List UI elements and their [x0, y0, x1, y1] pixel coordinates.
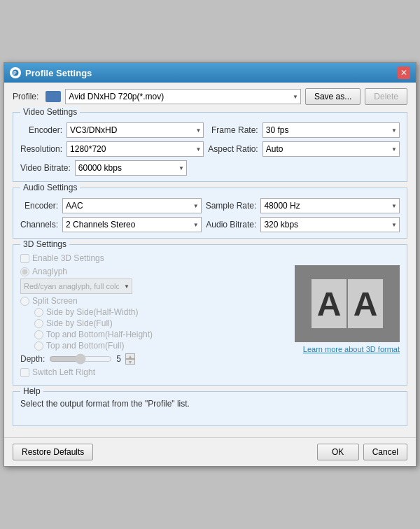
- top-bottom-full-row: Top and Bottom(Full): [34, 341, 288, 351]
- audio-bitrate-label: Audio Bitrate:: [206, 220, 257, 230]
- aspect-ratio-select-wrap: Auto: [262, 141, 400, 157]
- frame-rate-label: Frame Rate:: [208, 125, 258, 135]
- encoder-label: Encoder:: [20, 125, 62, 135]
- ok-button[interactable]: OK: [317, 444, 359, 460]
- three-d-left-panel: Anaglyph Red/cyan anaglyph, full color: [20, 265, 288, 379]
- help-section: Help Select the output format from the "…: [13, 391, 407, 426]
- dialog-title: Profile Settings: [25, 68, 398, 78]
- anaglyph-label: Anaglyph: [32, 267, 67, 276]
- sample-rate-select[interactable]: 48000 Hz: [260, 198, 400, 213]
- profile-icon: [46, 91, 61, 102]
- help-text: Select the output format from the "Profi…: [20, 399, 400, 409]
- audio-settings-section: Audio Settings Encoder: AAC Sample Rate:…: [13, 188, 407, 239]
- three-d-main-content: Anaglyph Red/cyan anaglyph, full color: [20, 265, 400, 379]
- depth-spinner: ▲ ▼: [125, 353, 135, 365]
- depth-up-button[interactable]: ▲: [125, 353, 135, 359]
- resolution-select[interactable]: 1280*720: [66, 141, 204, 157]
- anaglyph-select-row: Red/cyan anaglyph, full color: [20, 278, 288, 294]
- side-by-side-full-label: Side by Side(Full): [46, 318, 113, 328]
- video-bitrate-select[interactable]: 60000 kbps: [75, 160, 187, 176]
- anaglyph-select-wrap: Red/cyan anaglyph, full color: [20, 278, 132, 294]
- three-d-settings-section: 3D Settings Enable 3D Settings Anaglyph: [13, 244, 407, 386]
- aa-letter-left: A: [312, 279, 346, 328]
- top-bottom-half-radio[interactable]: [34, 330, 43, 339]
- audio-encoder-select[interactable]: AAC: [62, 198, 202, 213]
- audio-bitrate-select-wrap: 320 kbps: [260, 217, 400, 232]
- channels-select[interactable]: 2 Channels Stereo: [62, 217, 202, 232]
- aa-letters: A A: [312, 279, 383, 328]
- profile-label: Profile:: [13, 92, 38, 101]
- frame-rate-select-wrap: 30 fps: [262, 122, 400, 138]
- profile-row: Profile: Avid DNxHD 720p(*.mov) Save as.…: [13, 88, 407, 105]
- depth-slider[interactable]: [49, 354, 112, 364]
- close-button[interactable]: ✕: [398, 66, 410, 79]
- audio-settings-title: Audio Settings: [20, 183, 80, 192]
- dialog: P Profile Settings ✕ Profile: Avid DNxHD…: [4, 62, 416, 467]
- video-settings-section: Video Settings Encoder: VC3/DNxHD Frame …: [13, 112, 407, 182]
- delete-button[interactable]: Delete: [365, 88, 407, 105]
- top-bottom-half-row: Top and Bottom(Half-Height): [34, 330, 288, 339]
- app-icon: P: [10, 67, 21, 78]
- side-by-side-half-label: Side by Side(Half-Width): [46, 307, 138, 317]
- three-d-content-wrapper: Enable 3D Settings Anaglyph Red/cyan ana…: [20, 253, 400, 379]
- top-bottom-full-radio[interactable]: [34, 341, 43, 351]
- depth-value: 5: [116, 354, 121, 364]
- video-bitrate-label: Video Bitrate:: [20, 163, 71, 173]
- switch-left-right-label: Switch Left Right: [32, 367, 95, 377]
- audio-settings-grid: Encoder: AAC Sample Rate: 48000 Hz Chann…: [20, 198, 400, 232]
- anaglyph-radio[interactable]: [20, 267, 29, 276]
- resolution-select-wrap: 1280*720: [66, 141, 204, 157]
- enable-3d-checkbox[interactable]: [20, 254, 29, 263]
- frame-rate-select[interactable]: 30 fps: [262, 122, 400, 138]
- split-screen-label: Split Screen: [32, 296, 78, 306]
- audio-bitrate-select[interactable]: 320 kbps: [260, 217, 400, 232]
- channels-select-wrap: 2 Channels Stereo: [62, 217, 202, 232]
- split-screen-radio[interactable]: [20, 297, 29, 306]
- dialog-body: Profile: Avid DNxHD 720p(*.mov) Save as.…: [4, 83, 416, 437]
- depth-down-button[interactable]: ▼: [125, 359, 135, 365]
- learn-more-link[interactable]: Learn more about 3D format: [295, 345, 400, 353]
- enable-3d-label: Enable 3D Settings: [32, 253, 104, 263]
- side-by-side-full-radio[interactable]: [34, 319, 43, 328]
- aa-preview: A A: [295, 265, 400, 342]
- aspect-ratio-select[interactable]: Auto: [262, 141, 400, 157]
- video-settings-title: Video Settings: [20, 107, 80, 117]
- bitrate-row: Video Bitrate: 60000 kbps: [20, 160, 400, 176]
- three-d-right-panel: A A Learn more about 3D format: [295, 265, 400, 379]
- enable-3d-checkbox-row: Enable 3D Settings: [20, 253, 400, 263]
- encoder-select[interactable]: VC3/DNxHD: [66, 122, 204, 138]
- side-by-side-full-row: Side by Side(Full): [34, 318, 288, 328]
- save-as-button[interactable]: Save as...: [305, 88, 360, 105]
- three-d-settings-title: 3D Settings: [20, 239, 69, 249]
- restore-defaults-button[interactable]: Restore Defaults: [13, 444, 93, 460]
- video-bitrate-select-wrap: 60000 kbps: [75, 160, 187, 176]
- top-bottom-full-label: Top and Bottom(Full): [46, 341, 124, 351]
- encoder-select-wrap: VC3/DNxHD: [66, 122, 204, 138]
- anaglyph-select[interactable]: Red/cyan anaglyph, full color: [20, 278, 132, 294]
- resolution-label: Resolution:: [20, 144, 62, 154]
- top-bottom-half-label: Top and Bottom(Half-Height): [46, 330, 153, 339]
- title-bar: P Profile Settings ✕: [4, 63, 416, 83]
- help-title: Help: [20, 386, 43, 396]
- aspect-ratio-label: Aspect Ratio:: [208, 144, 258, 154]
- bottom-bar: Restore Defaults OK Cancel: [4, 437, 416, 466]
- side-by-side-half-radio[interactable]: [34, 308, 43, 317]
- split-screen-radio-row: Split Screen: [20, 296, 288, 306]
- depth-label: Depth:: [20, 354, 45, 364]
- switch-left-right-row: Switch Left Right: [20, 367, 288, 377]
- bottom-right-buttons: OK Cancel: [317, 444, 407, 460]
- side-by-side-half-row: Side by Side(Half-Width): [34, 307, 288, 317]
- anaglyph-radio-row: Anaglyph: [20, 267, 288, 276]
- audio-encoder-label: Encoder:: [20, 201, 58, 211]
- sample-rate-select-wrap: 48000 Hz: [260, 198, 400, 213]
- sample-rate-label: Sample Rate:: [206, 201, 257, 211]
- aa-letter-right: A: [348, 279, 383, 328]
- profile-select[interactable]: Avid DNxHD 720p(*.mov): [65, 89, 301, 104]
- cancel-button[interactable]: Cancel: [363, 444, 407, 460]
- audio-encoder-select-wrap: AAC: [62, 198, 202, 213]
- svg-text:P: P: [13, 71, 17, 76]
- profile-select-wrapper: Avid DNxHD 720p(*.mov): [65, 89, 301, 104]
- depth-row: Depth: 5 ▲ ▼: [20, 353, 288, 365]
- channels-label: Channels:: [20, 220, 58, 230]
- switch-left-right-checkbox[interactable]: [20, 368, 29, 377]
